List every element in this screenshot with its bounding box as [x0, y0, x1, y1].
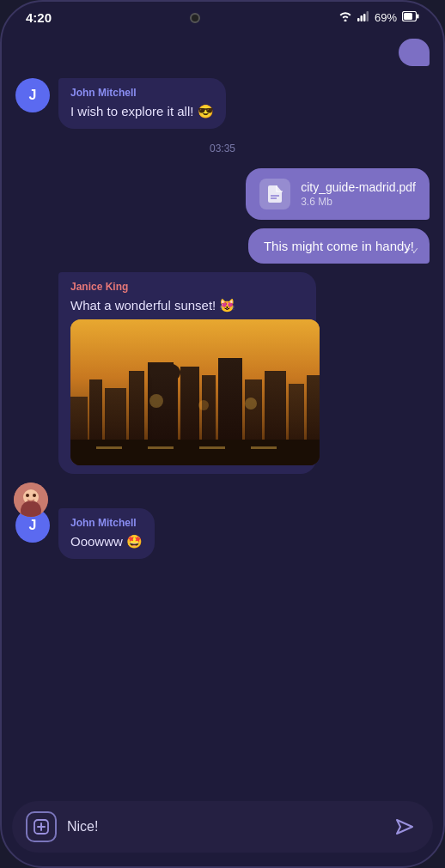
msg-text-john1: I wish to explore it all! 😎: [70, 102, 214, 120]
svg-rect-31: [251, 446, 277, 449]
msg-row-janice: Janice King What a wonderful sunset! 😻: [15, 272, 430, 474]
msg-bubble-john1: John Mitchell I wish to explore it all! …: [58, 78, 226, 129]
status-bar: 4:20 69%: [2, 2, 443, 30]
svg-point-24: [149, 394, 163, 408]
svg-rect-3: [366, 11, 369, 21]
avatar-john1: J: [15, 78, 50, 112]
input-area: Nice!: [12, 801, 433, 853]
svg-rect-0: [357, 18, 360, 21]
city-image: [70, 319, 320, 465]
add-attachment-button[interactable]: [26, 811, 57, 842]
svg-rect-30: [199, 446, 225, 449]
check-mark: ✓✓: [404, 246, 419, 257]
wifi-icon: [338, 11, 352, 24]
battery-icon: [402, 11, 419, 24]
timestamp-1: 03:35: [15, 137, 430, 160]
svg-point-35: [26, 494, 29, 497]
svg-rect-5: [417, 15, 419, 19]
msg-sent-partial: [399, 39, 430, 70]
sender-name-john2: John Mitchell: [70, 517, 143, 529]
avatar-spacing: [15, 483, 430, 500]
phone-frame: 4:20 69%: [0, 0, 445, 868]
svg-rect-27: [70, 440, 320, 465]
svg-rect-28: [96, 446, 122, 449]
signal-icon: [357, 11, 369, 24]
battery-level: 69%: [375, 11, 397, 24]
msg-text-janice: What a wonderful sunset! 😻: [70, 296, 304, 314]
svg-point-26: [245, 398, 257, 410]
msg-sent-text1: This might come in handy! ✓✓: [248, 228, 430, 264]
sender-name-john1: John Mitchell: [70, 87, 214, 99]
status-icons: 69%: [338, 11, 419, 24]
sender-name-janice: Janice King: [70, 281, 304, 293]
text-bubble-sent1: This might come in handy! ✓✓: [248, 228, 430, 264]
msg-text-john2: Ooowww 🤩: [70, 532, 143, 550]
avatar-photo-janice: [14, 483, 48, 517]
avatar-photo-inner: [14, 483, 48, 517]
msg-sent-file: city_guide-madrid.pdf 3.6 Mb: [246, 168, 430, 220]
send-button[interactable]: [388, 811, 419, 842]
file-info: city_guide-madrid.pdf 3.6 Mb: [301, 180, 416, 208]
msg-bubble-janice: Janice King What a wonderful sunset! 😻: [58, 272, 316, 474]
msg-bubble-john2: John Mitchell Ooowww 🤩: [58, 508, 155, 559]
svg-point-25: [198, 400, 209, 410]
sent-text1: This might come in handy!: [264, 239, 414, 253]
status-time: 4:20: [26, 10, 52, 25]
city-image-container: [70, 319, 320, 465]
svg-rect-29: [148, 446, 174, 449]
file-name: city_guide-madrid.pdf: [301, 180, 416, 194]
svg-rect-1: [360, 15, 363, 21]
message-input[interactable]: Nice!: [67, 819, 378, 835]
svg-rect-6: [404, 13, 412, 20]
sent-bubble-partial: [399, 39, 430, 66]
file-size: 3.6 Mb: [301, 196, 416, 208]
msg-row-john2: J John Mitchell Ooowww 🤩: [15, 508, 430, 559]
file-bubble: city_guide-madrid.pdf 3.6 Mb: [246, 168, 430, 220]
avatar-janice: [14, 483, 48, 517]
file-icon: [259, 179, 290, 209]
svg-point-36: [33, 494, 36, 497]
msg-row-john1: J John Mitchell I wish to explore it all…: [15, 78, 430, 129]
camera-notch: [190, 13, 200, 23]
svg-rect-2: [363, 14, 366, 21]
chat-area: J John Mitchell I wish to explore it all…: [2, 30, 443, 794]
